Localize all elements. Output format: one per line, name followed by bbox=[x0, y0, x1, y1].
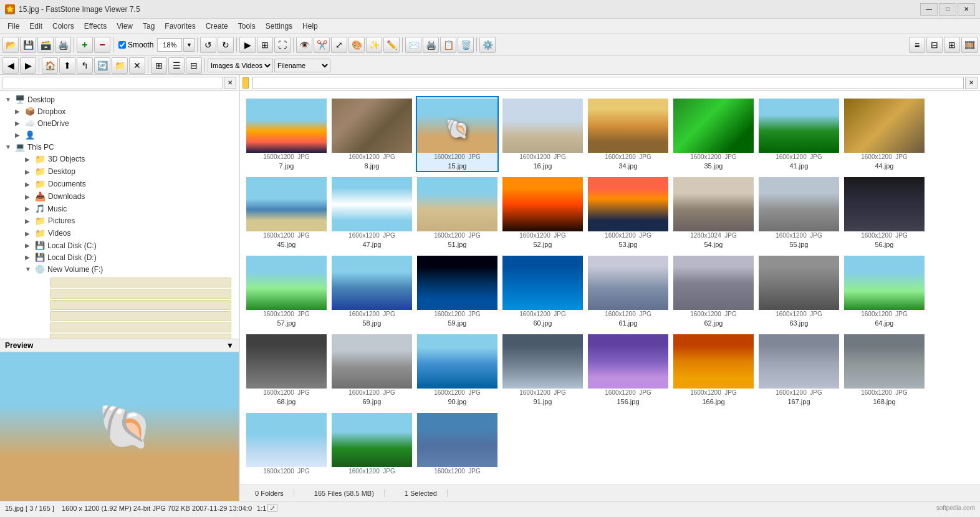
zoom-input[interactable] bbox=[157, 38, 182, 52]
menu-settings[interactable]: Settings bbox=[261, 21, 297, 32]
tree-item-documents[interactable]: ▶ 📁 Documents bbox=[2, 178, 236, 190]
menu-edit[interactable]: Edit bbox=[24, 21, 47, 32]
tree-item-pictures[interactable]: ▶ 📁 Pictures bbox=[2, 215, 236, 227]
nav-thumb2-button[interactable]: ⊟ bbox=[186, 57, 202, 74]
fullscreen-button[interactable]: ⛶ bbox=[274, 37, 291, 53]
menu-tools[interactable]: Tools bbox=[233, 21, 261, 32]
tree-expand-desktop2[interactable]: ▶ bbox=[25, 168, 32, 175]
thumb-51jpg[interactable]: 1600x1200 JPG 51.jpg bbox=[416, 175, 499, 251]
thumb-167jpg[interactable]: 1600x1200 JPG 167.jpg bbox=[757, 332, 840, 408]
thumbnail-grid[interactable]: 1600x1200 JPG 7.jpg 1600x1200 JPG 8.jpg … bbox=[240, 91, 980, 485]
save-as-button[interactable]: 🗃️ bbox=[37, 37, 54, 53]
thumb-54jpg[interactable]: 1280x1024 JPG 54.jpg bbox=[672, 175, 755, 251]
volume-f-item-4[interactable] bbox=[50, 311, 231, 321]
thumb-59jpg[interactable]: 1600x1200 JPG 59.jpg bbox=[416, 253, 499, 329]
filter-dropdown[interactable]: Images & Videos All Files Images Only bbox=[208, 59, 273, 72]
tree-item-3dobjects[interactable]: ▶ 📁 3D Objects bbox=[2, 153, 236, 165]
volume-f-item-5[interactable] bbox=[50, 322, 231, 332]
nav-forward-button[interactable]: ▶ bbox=[20, 57, 36, 74]
zoom-in-button[interactable]: + bbox=[77, 37, 93, 53]
thumb-53jpg[interactable]: 1600x1200 JPG 53.jpg bbox=[587, 175, 670, 251]
red-eye-button[interactable]: 👁️ bbox=[296, 37, 312, 53]
thumb-52jpg[interactable]: 1600x1200 JPG 52.jpg bbox=[501, 175, 584, 251]
smooth-label[interactable]: Smooth bbox=[128, 41, 153, 49]
thumb-15jpg[interactable]: 🐚 1600x1200 JPG 15.jpg bbox=[416, 96, 499, 172]
print-button[interactable]: 🖨️ bbox=[55, 37, 71, 53]
nav-list2-button[interactable]: ☰ bbox=[168, 57, 185, 74]
color-button[interactable]: 🎨 bbox=[348, 37, 365, 53]
tree-item-user[interactable]: ▶ 👤 bbox=[2, 129, 236, 141]
thumb-62jpg[interactable]: 1600x1200 JPG 62.jpg bbox=[672, 253, 755, 329]
copy-button[interactable]: 📋 bbox=[440, 37, 456, 53]
tree-item-videos[interactable]: ▶ 📁 Videos bbox=[2, 227, 236, 239]
slideshow-button[interactable]: ▶ bbox=[239, 37, 256, 53]
nav-back-button[interactable]: ◀ bbox=[2, 57, 19, 74]
volume-f-item-6[interactable] bbox=[50, 334, 231, 339]
address-input[interactable] bbox=[252, 77, 964, 89]
tree-item-downloads[interactable]: ▶ 📥 Downloads bbox=[2, 190, 236, 203]
tree-expand-videos[interactable]: ▶ bbox=[25, 230, 32, 237]
tree-expand-new-volume-f[interactable]: ▼ bbox=[25, 266, 32, 273]
info-1to1-button[interactable]: 1:1 bbox=[257, 505, 266, 512]
sort-dropdown[interactable]: Filename Date Modified File Size bbox=[274, 59, 330, 72]
tree-expand-onedrive[interactable]: ▶ bbox=[15, 120, 22, 127]
nav-up-button[interactable]: ⬆ bbox=[59, 57, 75, 74]
volume-f-item-2[interactable] bbox=[50, 289, 231, 299]
tree-expand-thispc[interactable]: ▼ bbox=[5, 143, 12, 150]
tree-item-onedrive[interactable]: ▶ ☁️ OneDrive bbox=[2, 117, 236, 129]
draw-button[interactable]: ✏️ bbox=[383, 37, 400, 53]
thumbnail-button[interactable]: ⊞ bbox=[257, 37, 273, 53]
thumb-bottom-2[interactable]: 1600x1200 JPG bbox=[330, 410, 413, 478]
menu-file[interactable]: File bbox=[2, 21, 24, 32]
nav-parent-button[interactable]: ↰ bbox=[77, 57, 93, 74]
thumb-68jpg[interactable]: 1600x1200 JPG 68.jpg bbox=[245, 332, 328, 408]
nav-new-folder-button[interactable]: 📁 bbox=[112, 57, 128, 74]
view-thumb-button[interactable]: ⊞ bbox=[944, 37, 960, 53]
view-list-button[interactable]: ⊟ bbox=[926, 37, 943, 53]
thumb-34jpg[interactable]: 1600x1200 JPG 34.jpg bbox=[587, 96, 670, 172]
tree-item-local-d[interactable]: ▶ 💾 Local Disk (D:) bbox=[2, 251, 236, 263]
thumb-63jpg[interactable]: 1600x1200 JPG 63.jpg bbox=[757, 253, 840, 329]
rotate-left-button[interactable]: ↺ bbox=[200, 37, 216, 53]
thumb-166jpg[interactable]: 1600x1200 JPG 166.jpg bbox=[672, 332, 755, 408]
tree-item-dropbox[interactable]: ▶ 📦 Dropbox bbox=[2, 105, 236, 117]
print2-button[interactable]: 🖨️ bbox=[423, 37, 439, 53]
thumb-bottom-1[interactable]: 1600x1200 JPG bbox=[245, 410, 328, 478]
tree-expand-pictures[interactable]: ▶ bbox=[25, 218, 32, 225]
tree-expand-documents[interactable]: ▶ bbox=[25, 181, 32, 188]
thumb-60jpg[interactable]: 1600x1200 JPG 60.jpg bbox=[501, 253, 584, 329]
zoom-out-button[interactable]: − bbox=[94, 37, 110, 53]
tree-item-new-volume-f[interactable]: ▼ 💿 New Volume (F:) bbox=[2, 263, 236, 275]
thumb-57jpg[interactable]: 1600x1200 JPG 57.jpg bbox=[245, 253, 328, 329]
maximize-button[interactable]: □ bbox=[939, 3, 956, 16]
thumb-45jpg[interactable]: 1600x1200 JPG 45.jpg bbox=[245, 175, 328, 251]
view-details-button[interactable]: ≡ bbox=[909, 37, 925, 53]
menu-effects[interactable]: Effects bbox=[79, 21, 112, 32]
tree-item-local-c[interactable]: ▶ 💾 Local Disk (C:) bbox=[2, 239, 236, 251]
resize-button[interactable]: ⤢ bbox=[331, 37, 347, 53]
thumb-69jpg[interactable]: 1600x1200 JPG 69.jpg bbox=[330, 332, 413, 408]
tree-expand-3dobjects[interactable]: ▶ bbox=[25, 156, 32, 163]
email-button[interactable]: ✉️ bbox=[405, 37, 421, 53]
thumb-90jpg[interactable]: 1600x1200 JPG 90.jpg bbox=[416, 332, 499, 408]
tree-item-thispc[interactable]: ▼ 💻 This PC bbox=[2, 141, 236, 153]
view-filmstrip-button[interactable]: 🎞️ bbox=[961, 37, 978, 53]
rotate-right-button[interactable]: ↻ bbox=[218, 37, 234, 53]
menu-view[interactable]: View bbox=[112, 21, 138, 32]
thumb-16jpg[interactable]: 1600x1200 JPG 16.jpg bbox=[501, 96, 584, 172]
info-fit-button[interactable]: ⤢ bbox=[267, 504, 277, 512]
thumb-64jpg[interactable]: 1600x1200 JPG 64.jpg bbox=[843, 253, 926, 329]
tree-expand-downloads[interactable]: ▶ bbox=[25, 193, 32, 200]
thumb-8jpg[interactable]: 1600x1200 JPG 8.jpg bbox=[330, 96, 413, 172]
crop-button[interactable]: ✂️ bbox=[314, 37, 330, 53]
nav-columns-button[interactable]: ⊞ bbox=[151, 57, 167, 74]
tree-expand-music[interactable]: ▶ bbox=[25, 205, 32, 212]
smooth-checkbox[interactable] bbox=[118, 41, 126, 49]
minimize-button[interactable]: — bbox=[920, 3, 938, 16]
tree-path-input[interactable] bbox=[2, 77, 223, 89]
thumb-61jpg[interactable]: 1600x1200 JPG 61.jpg bbox=[587, 253, 670, 329]
address-clear-button[interactable]: ✕ bbox=[965, 77, 978, 89]
preview-image-area[interactable] bbox=[0, 352, 239, 501]
tree-expand-local-c[interactable]: ▶ bbox=[25, 242, 32, 249]
thumb-41jpg[interactable]: 1600x1200 JPG 41.jpg bbox=[757, 96, 840, 172]
